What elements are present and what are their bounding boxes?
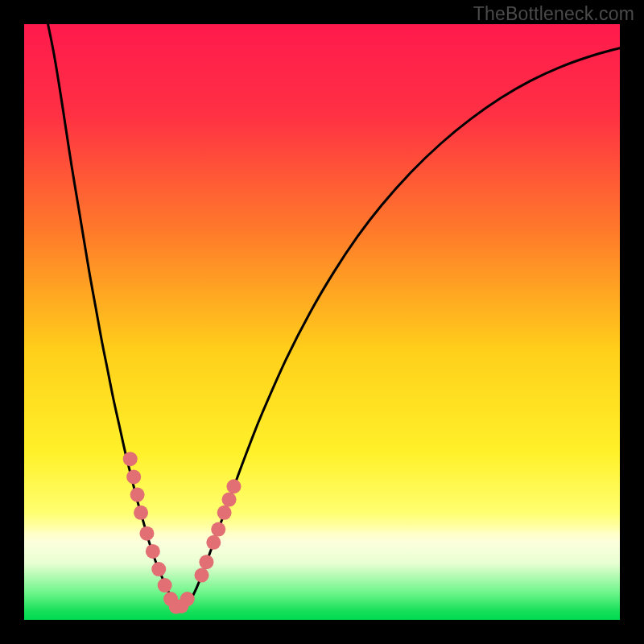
highlight-dot — [123, 452, 138, 466]
highlight-dot — [126, 469, 141, 484]
highlight-dot — [146, 544, 160, 559]
highlight-dot — [134, 506, 148, 520]
highlight-dot — [206, 535, 221, 550]
highlight-dots — [123, 452, 242, 614]
highlight-dot — [158, 578, 172, 592]
highlight-dot — [222, 493, 237, 507]
highlight-dot — [211, 522, 225, 537]
highlight-dot — [139, 526, 154, 541]
chart-frame: TheBottleneck.com — [0, 0, 644, 644]
highlight-dot — [199, 555, 213, 569]
bottleneck-curve — [48, 24, 620, 608]
highlight-dot — [217, 506, 232, 520]
highlight-dot — [130, 488, 145, 502]
highlight-dot — [180, 592, 195, 606]
highlight-dot — [226, 479, 241, 493]
highlight-dot — [195, 568, 209, 583]
watermark-text: TheBottleneck.com — [473, 3, 634, 25]
curve-layer — [24, 24, 620, 620]
plot-area — [24, 24, 620, 620]
highlight-dot — [151, 562, 166, 576]
